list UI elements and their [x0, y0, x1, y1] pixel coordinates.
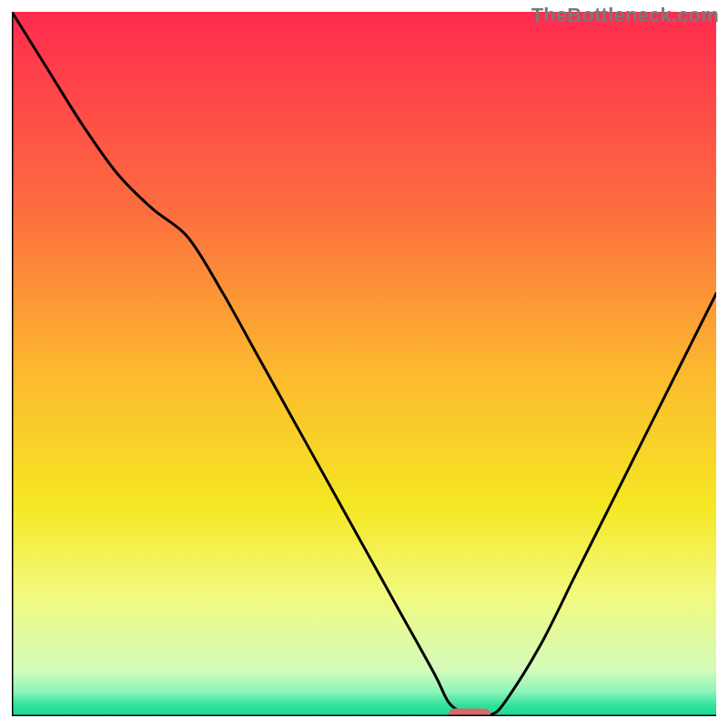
chart-background-gradient [12, 12, 716, 716]
chart-plot-area [12, 12, 716, 716]
watermark-text: TheBottleneck.com [531, 4, 719, 27]
bottleneck-chart [12, 12, 716, 716]
